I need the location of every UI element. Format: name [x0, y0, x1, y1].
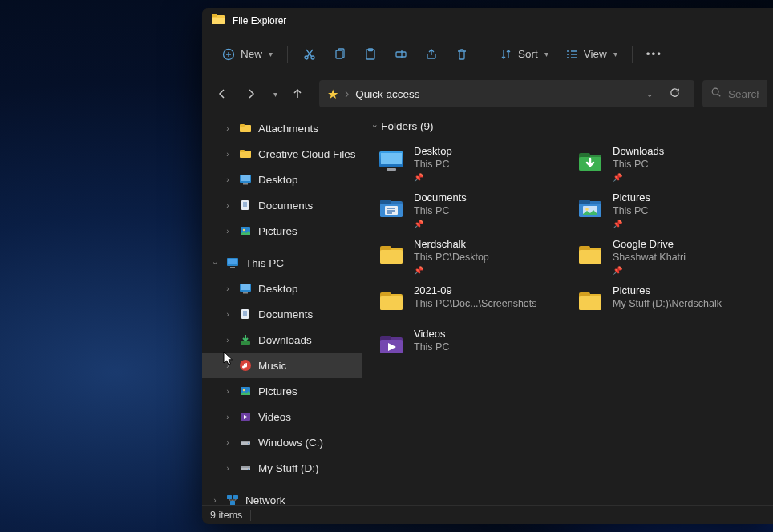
sidebar-thispc-4[interactable]: ›Pictures: [202, 378, 362, 404]
folder-item[interactable]: DocumentsThis PC📌: [369, 187, 568, 233]
documents-icon: [239, 308, 252, 320]
sidebar-item-label: Windows (C:): [258, 437, 323, 449]
forward-button[interactable]: [237, 80, 265, 107]
up-button[interactable]: [284, 80, 311, 107]
pin-icon: 📌: [414, 220, 467, 228]
copy-button[interactable]: [326, 42, 354, 66]
svg-rect-59: [380, 250, 403, 264]
folder-item[interactable]: 2021-09This PC\Doc...\Screenshots: [369, 280, 568, 323]
sidebar-thispc-2[interactable]: ›Downloads: [202, 327, 362, 353]
back-button[interactable]: [208, 80, 236, 107]
folder-item[interactable]: DownloadsThis PC📌: [568, 140, 767, 187]
chevron-icon: ›: [223, 284, 233, 293]
sidebar-thispc-7[interactable]: ›My Stuff (D:): [202, 455, 362, 481]
address-bar[interactable]: ★ › Quick access ⌄: [319, 80, 694, 107]
view-button[interactable]: View ▾: [558, 42, 624, 66]
sidebar-item-label: My Stuff (D:): [258, 462, 319, 474]
sidebar-item-label: Documents: [258, 308, 313, 320]
sidebar-quick-0[interactable]: ›Attachments: [202, 115, 362, 141]
item-name: Desktop: [414, 145, 452, 157]
sidebar-thispc-1[interactable]: ›Documents: [202, 301, 362, 327]
sidebar-thispc-3[interactable]: ›Music: [202, 353, 362, 378]
item-sublabel: This PC\Doc...\Screenshots: [414, 298, 537, 309]
view-icon: [565, 47, 579, 62]
sidebar-item-label: Downloads: [258, 334, 312, 346]
folder-lg-icon: [576, 240, 605, 268]
delete-button[interactable]: [448, 42, 476, 66]
drive-icon: [239, 461, 252, 474]
svg-point-10: [712, 88, 718, 95]
toolbar: New ▾: [202, 34, 773, 75]
folder-item[interactable]: DesktopThis PC📌: [369, 140, 568, 187]
search-input[interactable]: [728, 88, 759, 100]
chevron-icon: ›: [223, 124, 233, 133]
share-button[interactable]: [418, 42, 445, 66]
sidebar-item-label: Videos: [258, 411, 291, 423]
sidebar-item-label: Music: [258, 360, 286, 372]
folder-yellow-icon: [239, 122, 252, 135]
sidebar-item-label: Desktop: [258, 283, 298, 295]
statusbar: 9 items: [202, 505, 773, 524]
svg-rect-43: [381, 153, 402, 164]
sidebar-network[interactable]: ›Network: [202, 487, 362, 505]
chevron-icon: ›: [223, 310, 233, 319]
folder-item[interactable]: NerdschalkThis PC\Desktop📌: [369, 233, 568, 280]
sidebar-item-label: Network: [245, 494, 285, 506]
cut-button[interactable]: [296, 42, 323, 66]
folder-item[interactable]: VideosThis PC: [369, 323, 568, 366]
svg-point-35: [248, 443, 249, 445]
music-icon: [239, 359, 252, 372]
new-label: New: [241, 48, 262, 60]
monitor-icon: [226, 256, 239, 269]
folder-item[interactable]: Google DriveShashwat Khatri📌: [568, 233, 767, 280]
search-box[interactable]: [702, 80, 767, 107]
svg-rect-23: [230, 267, 235, 268]
pictures-icon: [239, 385, 252, 397]
drive-icon: [239, 436, 252, 449]
sidebar-thispc-5[interactable]: ›Videos: [202, 404, 362, 429]
chevron-down-icon: ›: [370, 125, 379, 127]
clipboard-icon: [363, 47, 378, 62]
folder-item[interactable]: PicturesMy Stuff (D:)\Nerdschalk: [568, 280, 767, 323]
folder-item[interactable]: PicturesThis PC📌: [568, 187, 767, 233]
svg-rect-17: [243, 183, 248, 185]
sidebar-item-label: Pictures: [258, 225, 297, 237]
downloads-icon: [239, 333, 252, 346]
pictures-icon: [239, 224, 252, 237]
sidebar-item-label: This PC: [245, 257, 284, 269]
more-button[interactable]: •••: [641, 42, 668, 66]
item-sublabel: Shashwat Khatri: [613, 252, 686, 263]
view-label: View: [584, 48, 607, 60]
svg-rect-22: [228, 259, 237, 264]
sidebar-item-label: Documents: [258, 200, 313, 212]
chevron-icon: ›: [223, 387, 233, 396]
network-icon: [226, 494, 239, 505]
sidebar-thispc-6[interactable]: ›Windows (C:): [202, 429, 362, 455]
chevron-icon: ›: [223, 150, 233, 159]
sidebar-quick-1[interactable]: ›Creative Cloud Files: [202, 141, 362, 167]
chevron-icon: ›: [210, 496, 220, 505]
pin-icon: 📌: [613, 173, 664, 182]
desktop-icon: [239, 173, 252, 186]
item-sublabel: My Stuff (D:)\Nerdschalk: [613, 298, 722, 309]
rename-button[interactable]: [387, 42, 415, 66]
sidebar-quick-3[interactable]: ›Documents: [202, 192, 362, 218]
copy-icon: [333, 47, 347, 62]
item-name: 2021-09: [414, 284, 537, 296]
titlebar: File Explorer: [202, 8, 773, 34]
group-header-folders[interactable]: › Folders (9): [369, 117, 767, 140]
sidebar-thispc-0[interactable]: ›Desktop: [202, 276, 362, 301]
sort-button[interactable]: Sort ▾: [492, 42, 555, 66]
sort-label: Sort: [518, 48, 538, 60]
ellipsis-icon: •••: [647, 47, 662, 62]
chevron-icon: ›: [223, 227, 233, 236]
new-button[interactable]: New ▾: [215, 42, 279, 66]
paste-button[interactable]: [357, 42, 384, 66]
sidebar-quick-4[interactable]: ›Pictures: [202, 218, 362, 244]
recent-button[interactable]: ▾: [266, 80, 282, 107]
refresh-button[interactable]: [662, 87, 686, 102]
sidebar-quick-2[interactable]: ›Desktop: [202, 167, 362, 192]
sidebar-this-pc[interactable]: ›This PC: [202, 250, 362, 276]
folder-lg-icon: [377, 286, 406, 315]
search-icon: [710, 87, 722, 101]
